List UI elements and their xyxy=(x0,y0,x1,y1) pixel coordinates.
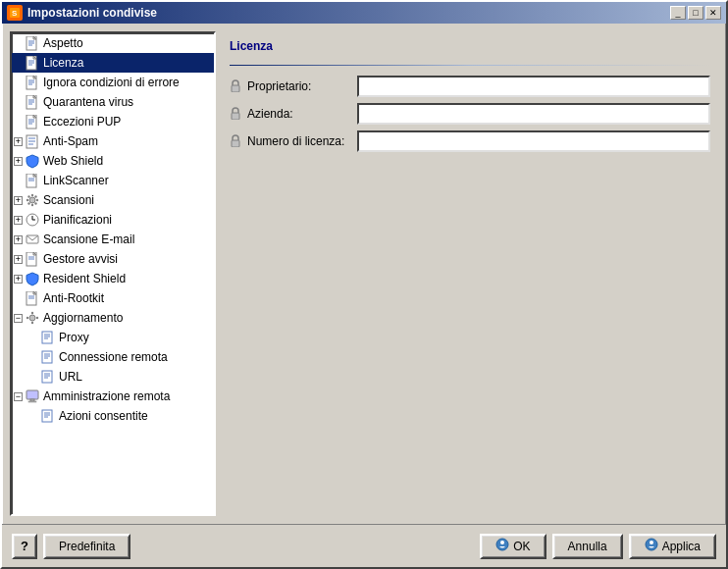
lock-icon xyxy=(230,134,243,148)
proprietario-text: Proprietario: xyxy=(247,79,311,93)
proprietario-row: Proprietario: xyxy=(230,76,710,97)
tree-item-residentshield[interactable]: + Resident Shield xyxy=(12,269,214,288)
shield-icon xyxy=(25,271,40,286)
minimize-button[interactable]: _ xyxy=(670,6,686,20)
expand-amministrazioneremota[interactable]: − xyxy=(14,392,23,401)
svg-rect-74 xyxy=(30,399,34,401)
svg-point-58 xyxy=(31,322,33,324)
spacer xyxy=(29,334,38,342)
linkscanner-label: LinkScanner xyxy=(43,174,109,187)
expand-scansioni[interactable]: + xyxy=(14,196,23,205)
url-label: URL xyxy=(59,370,82,384)
tree-item-scansioneemail[interactable]: + Scansione E-mail xyxy=(12,230,214,249)
tree-item-proxy[interactable]: Proxy xyxy=(12,328,214,347)
expand-antispam[interactable]: + xyxy=(14,137,23,146)
spacer xyxy=(29,373,38,382)
tree-item-antispam[interactable]: + Anti-Spam xyxy=(12,131,214,151)
svg-point-43 xyxy=(27,202,29,204)
email-icon xyxy=(25,232,40,247)
tree-item-aggiornamento[interactable]: − Aggiornamento xyxy=(12,308,214,328)
gear-icon xyxy=(25,310,40,326)
lock-icon xyxy=(230,79,243,93)
antirootkit-label: Anti-Rootkit xyxy=(43,291,104,305)
expand-scansioneemail[interactable]: + xyxy=(14,235,23,244)
ok-icon xyxy=(495,538,509,554)
tree-item-url[interactable]: URL xyxy=(12,367,214,387)
doc-icon xyxy=(40,330,56,345)
expand-webshield[interactable]: + xyxy=(14,157,23,166)
svg-point-86 xyxy=(650,541,653,544)
azienda-input[interactable] xyxy=(357,103,710,125)
pianificazioni-label: Pianificazioni xyxy=(43,213,112,227)
main-window: S Impostazioni condivise _ □ ✕ Aspetto xyxy=(0,0,728,569)
doc-icon xyxy=(25,133,40,149)
svg-rect-61 xyxy=(42,332,52,343)
tree-item-linkscanner[interactable]: LinkScanner xyxy=(12,171,214,190)
spacer xyxy=(14,118,23,127)
tree-item-quarantena[interactable]: Quarantena virus xyxy=(12,92,214,112)
tree-item-eccezioni[interactable]: Eccezioni PUP xyxy=(12,112,214,131)
page-icon xyxy=(25,55,40,71)
scansioni-label: Scansioni xyxy=(43,193,94,207)
ignora-label: Ignora condizioni di errore xyxy=(43,76,180,89)
content-area: Aspetto Licenza Ignora condizioni di err… xyxy=(2,24,726,524)
svg-point-35 xyxy=(29,197,35,203)
svg-point-37 xyxy=(31,204,33,206)
svg-point-41 xyxy=(34,202,36,204)
bottom-left: ? Predefinita xyxy=(12,534,130,559)
expand-gestoreavvisi[interactable]: + xyxy=(14,255,23,264)
proprietario-input[interactable] xyxy=(357,76,710,97)
residentshield-label: Resident Shield xyxy=(43,272,126,285)
ok-button[interactable]: OK xyxy=(480,534,546,559)
close-button[interactable]: ✕ xyxy=(705,6,721,20)
page-icon xyxy=(25,290,40,306)
connessioneremota-label: Connessione remota xyxy=(59,350,168,364)
right-panel: Licenza Proprietario: Azienda: xyxy=(222,31,718,516)
expand-residentshield[interactable]: + xyxy=(14,275,23,284)
tree-item-ignora[interactable]: Ignora condizioni di errore xyxy=(12,73,214,92)
tree-item-aspetto[interactable]: Aspetto xyxy=(12,33,214,53)
svg-point-84 xyxy=(500,541,504,544)
tree-item-pianificazioni[interactable]: + Pianificazioni xyxy=(12,210,214,230)
numerolicenza-input[interactable] xyxy=(357,130,710,152)
expand-pianificazioni[interactable]: + xyxy=(14,216,23,225)
tree-item-azioniconsentite[interactable]: Azioni consentite xyxy=(12,406,214,426)
annulla-button[interactable]: Annulla xyxy=(552,534,623,559)
svg-point-39 xyxy=(36,199,38,201)
svg-point-56 xyxy=(29,315,35,321)
azienda-label: Azienda: xyxy=(230,107,357,121)
bottom-bar: ? Predefinita OK Annulla Applica xyxy=(2,524,726,567)
tree-item-licenza[interactable]: Licenza xyxy=(12,53,214,73)
clock-icon xyxy=(25,212,40,228)
eccezioni-label: Eccezioni PUP xyxy=(43,115,121,129)
tree-item-amministrazioneremota[interactable]: − Amministrazione remota xyxy=(12,387,214,406)
applica-button[interactable]: Applica xyxy=(629,534,716,559)
proxy-label: Proxy xyxy=(59,331,89,344)
antispam-label: Anti-Spam xyxy=(43,134,98,148)
maximize-button[interactable]: □ xyxy=(688,6,703,20)
tree-item-webshield[interactable]: + Web Shield xyxy=(12,151,214,171)
svg-point-36 xyxy=(31,194,33,196)
help-button[interactable]: ? xyxy=(12,534,37,559)
spacer xyxy=(14,39,23,48)
tree-item-connessioneremota[interactable]: Connessione remota xyxy=(12,347,214,367)
svg-rect-69 xyxy=(42,371,52,383)
applica-icon xyxy=(645,538,658,554)
expand-aggiornamento[interactable]: − xyxy=(14,314,23,323)
predefinita-button[interactable]: Predefinita xyxy=(43,534,130,559)
svg-rect-81 xyxy=(232,113,239,120)
svg-point-57 xyxy=(31,312,33,314)
webshield-label: Web Shield xyxy=(43,154,103,168)
tree-item-gestoreavvisi[interactable]: + Gestore avvisi xyxy=(12,249,214,269)
app-icon: S xyxy=(7,5,23,21)
doc-icon xyxy=(40,408,56,424)
ok-label: OK xyxy=(513,540,530,553)
page-icon xyxy=(25,251,40,267)
spacer xyxy=(14,294,23,303)
tree-item-scansioni[interactable]: + Scansioni xyxy=(12,190,214,210)
quarantena-label: Quarantena virus xyxy=(43,95,133,109)
title-bar: S Impostazioni condivise _ □ ✕ xyxy=(2,2,726,24)
svg-rect-80 xyxy=(232,85,239,92)
svg-rect-65 xyxy=(42,351,52,363)
tree-item-antirootkit[interactable]: Anti-Rootkit xyxy=(12,288,214,308)
